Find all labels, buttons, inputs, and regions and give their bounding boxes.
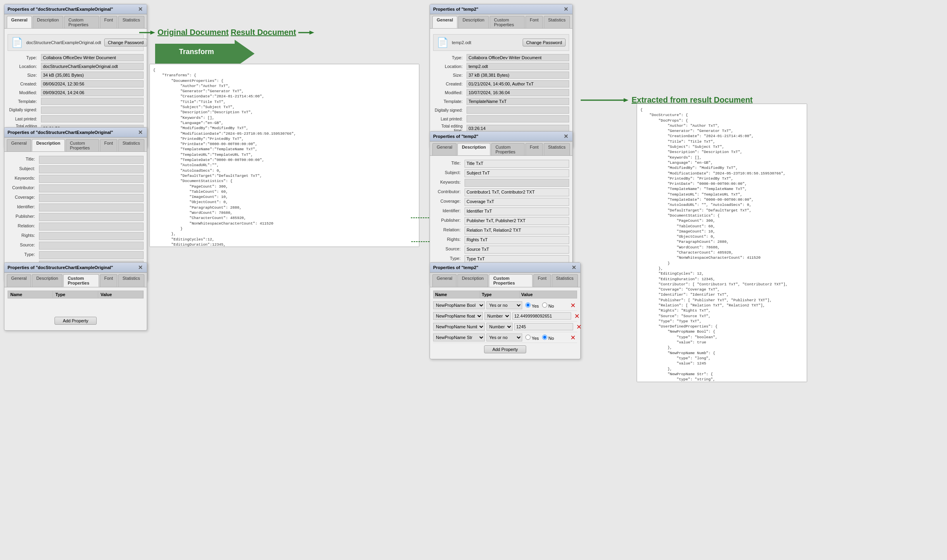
prop-size-label-t2: Size: bbox=[433, 73, 465, 78]
tab-custom-custom-t2[interactable]: Custom Properties bbox=[489, 274, 533, 287]
tab-font-desc-t2[interactable]: Font bbox=[525, 143, 543, 155]
desc-rights-input-t2[interactable]: Rights TxT bbox=[465, 236, 569, 244]
cprop-delete-float[interactable]: ✕ bbox=[573, 312, 581, 320]
tab-description-desc-t2[interactable]: Description bbox=[457, 143, 490, 155]
tab-general-t2[interactable]: General bbox=[432, 16, 457, 28]
desc-source-input-orig[interactable] bbox=[39, 242, 144, 250]
original-custom-close[interactable]: ✕ bbox=[137, 264, 144, 271]
cprop-name-str[interactable]: NewPropName Str bbox=[433, 333, 485, 341]
tab-custom-custom-orig[interactable]: Custom Properties bbox=[63, 274, 99, 287]
cprop-yes-radio-bool[interactable] bbox=[525, 302, 531, 308]
prop-modified-label-t2: Modified: bbox=[433, 90, 465, 95]
tab-custom-desc-orig[interactable]: Custom Properties bbox=[66, 139, 99, 151]
tab-general-orig[interactable]: General bbox=[7, 16, 32, 28]
prop-created-t2: Created: 01/21/2024, 14:45:00, Author Tx… bbox=[433, 79, 569, 88]
tab-general-custom-t2[interactable]: General bbox=[432, 274, 457, 287]
desc-type-input-t2[interactable]: Type TxT bbox=[465, 255, 569, 263]
desc-rights-input-orig[interactable] bbox=[39, 232, 144, 240]
prop-location-orig: Location: docStructureChartExampleOrigin… bbox=[8, 62, 144, 71]
cprop-value-float[interactable] bbox=[512, 312, 571, 320]
cprop-type-float[interactable]: Number bbox=[484, 312, 511, 320]
tab-statistics-desc-orig[interactable]: Statistics bbox=[118, 139, 144, 151]
desc-subject-input-t2[interactable]: Subject TxT bbox=[465, 169, 569, 177]
desc-publisher-t2: Publisher: Publisher TxT, Publisher2 TXT bbox=[433, 216, 569, 226]
add-property-btn-t2[interactable]: Add Property bbox=[484, 345, 526, 353]
tab-general-desc-t2[interactable]: General bbox=[432, 143, 457, 155]
tab-description-desc-orig[interactable]: Description bbox=[32, 139, 65, 151]
desc-contributor-input-t2[interactable]: Contributor1 TxT, Contributor2 TXT bbox=[465, 188, 569, 196]
tab-statistics-custom-orig[interactable]: Statistics bbox=[118, 274, 144, 287]
desc-type-input-orig[interactable] bbox=[39, 251, 144, 259]
cprop-name-numb[interactable]: NewPropName Numb bbox=[433, 323, 485, 331]
cprop-row-numb: NewPropName Numb Number ✕ bbox=[433, 322, 577, 332]
temp2-general-panel: Properties of "temp2" ✕ General Descript… bbox=[430, 4, 573, 147]
cprop-value-numb[interactable] bbox=[514, 323, 573, 330]
tab-statistics-orig[interactable]: Statistics bbox=[118, 16, 144, 28]
desc-identifier-input-orig[interactable] bbox=[39, 203, 144, 211]
desc-publisher-input-orig[interactable] bbox=[39, 213, 144, 221]
desc-keywords-input-t2[interactable] bbox=[465, 179, 569, 187]
desc-publisher-label-t2: Publisher: bbox=[433, 217, 463, 223]
desc-identifier-orig: Identifier: bbox=[8, 203, 144, 212]
original-general-title-bar: Properties of "docStructureChartExampleO… bbox=[4, 4, 147, 14]
tab-description-t2[interactable]: Description bbox=[458, 16, 489, 28]
tab-font-desc-orig[interactable]: Font bbox=[100, 139, 117, 151]
desc-coverage-input-t2[interactable]: Coverage TxT bbox=[465, 198, 569, 206]
cprop-no-radio-bool[interactable] bbox=[542, 302, 547, 308]
cprop-name-bool[interactable]: NewPropName Bool bbox=[433, 301, 485, 309]
desc-relation-input-t2[interactable]: Relation TxT, Relation2 TXT bbox=[465, 227, 569, 234]
desc-coverage-input-orig[interactable] bbox=[39, 194, 144, 202]
custom-props-header-orig: Name Type Value bbox=[8, 291, 144, 298]
desc-subject-t2: Subject: Subject TxT bbox=[433, 169, 569, 178]
add-property-btn-orig[interactable]: Add Property bbox=[54, 317, 97, 325]
desc-relation-input-orig[interactable] bbox=[39, 223, 144, 231]
custom-props-empty-orig bbox=[8, 298, 144, 314]
tab-description-orig[interactable]: Description bbox=[33, 16, 63, 28]
cprop-delete-bool[interactable]: ✕ bbox=[569, 302, 577, 309]
cprop-delete-numb[interactable]: ✕ bbox=[575, 323, 583, 331]
tab-description-custom-orig[interactable]: Description bbox=[32, 274, 62, 287]
original-desc-close[interactable]: ✕ bbox=[137, 129, 144, 136]
tab-general-custom-orig[interactable]: General bbox=[7, 274, 31, 287]
desc-subject-input-orig[interactable] bbox=[39, 165, 144, 173]
cprop-no-radio-str[interactable] bbox=[542, 335, 547, 340]
desc-contributor-input-orig[interactable] bbox=[39, 184, 144, 192]
change-password-orig[interactable]: Change Password bbox=[104, 39, 147, 47]
tab-font-t2[interactable]: Font bbox=[525, 16, 543, 28]
temp2-custom-title: Properties of "temp2" bbox=[433, 265, 478, 270]
tab-font-custom-orig[interactable]: Font bbox=[100, 274, 117, 287]
col-name-t2: Name bbox=[434, 291, 480, 298]
desc-title-input-t2[interactable]: Title TxT bbox=[465, 160, 569, 168]
cprop-name-float[interactable]: NewPropName float bbox=[433, 312, 483, 320]
desc-type-label-orig: Type: bbox=[8, 251, 37, 257]
tab-statistics-custom-t2[interactable]: Statistics bbox=[552, 274, 578, 287]
desc-title-input-orig[interactable] bbox=[39, 156, 144, 164]
cprop-type-numb[interactable]: Number bbox=[486, 323, 513, 331]
desc-source-input-t2[interactable]: Source TxT bbox=[465, 246, 569, 254]
prop-size-value-orig: 34 kB (35,081 Bytes) bbox=[41, 72, 144, 79]
original-general-close[interactable]: ✕ bbox=[137, 6, 144, 12]
prop-lastprinted-orig: Last printed: bbox=[8, 114, 144, 123]
tab-statistics-desc-t2[interactable]: Statistics bbox=[544, 143, 570, 155]
cprop-type-str[interactable]: Yes or no bbox=[486, 333, 522, 341]
tab-custom-orig[interactable]: Custom Properties bbox=[64, 16, 99, 28]
desc-identifier-input-t2[interactable]: Identifier TxT bbox=[465, 207, 569, 215]
desc-keywords-input-orig[interactable] bbox=[39, 175, 144, 183]
temp2-general-close[interactable]: ✕ bbox=[563, 6, 569, 12]
tab-custom-t2[interactable]: Custom Properties bbox=[490, 16, 525, 28]
desc-publisher-input-t2[interactable]: Publisher TxT, Publisher2 TXT bbox=[465, 217, 569, 225]
change-password-t2[interactable]: Change Password bbox=[523, 39, 566, 47]
tab-font-custom-t2[interactable]: Font bbox=[533, 274, 551, 287]
temp2-custom-close[interactable]: ✕ bbox=[571, 264, 577, 271]
tab-general-desc-orig[interactable]: General bbox=[7, 139, 31, 151]
tab-statistics-t2[interactable]: Statistics bbox=[544, 16, 570, 28]
tab-description-custom-t2[interactable]: Description bbox=[457, 274, 488, 287]
cprop-delete-str[interactable]: ✕ bbox=[569, 334, 577, 341]
tab-custom-desc-t2[interactable]: Custom Properties bbox=[491, 143, 525, 155]
prop-lastprinted-label-t2: Last printed: bbox=[433, 117, 465, 121]
temp2-desc-close[interactable]: ✕ bbox=[563, 133, 569, 140]
file-row-orig: 📄 docStructureChartExampleOriginal.odt C… bbox=[8, 34, 144, 51]
cprop-yes-radio-str[interactable] bbox=[525, 335, 531, 340]
tab-font-orig[interactable]: Font bbox=[100, 16, 117, 28]
cprop-type-bool[interactable]: Yes or no bbox=[486, 301, 522, 309]
